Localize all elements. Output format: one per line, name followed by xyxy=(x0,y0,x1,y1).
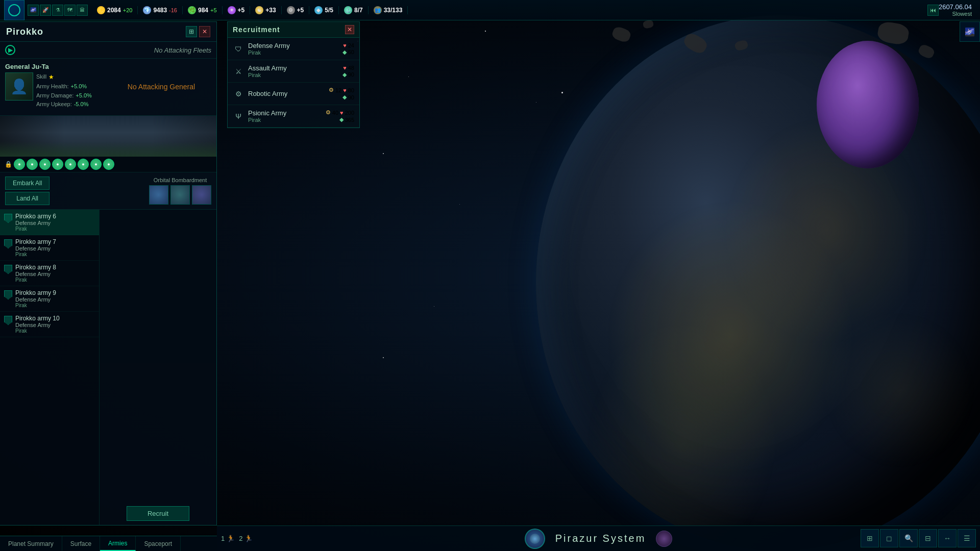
list-item[interactable]: Pirokko army 9 Defense Army Pirak xyxy=(0,286,99,312)
bottom-left-indicators: 1 🏃 2 🏃 xyxy=(217,525,253,551)
indicator-1: 1 🏃 xyxy=(221,535,235,542)
nav-icon-empire[interactable]: 🏛 xyxy=(77,5,88,16)
army-list-right: Recruit xyxy=(100,210,216,525)
toolbar-minimize-button[interactable]: ⊟ xyxy=(919,529,937,547)
assault-army-cost-heart: 48 xyxy=(348,65,354,71)
toolbar-grid-button[interactable]: ⊞ xyxy=(861,529,879,547)
system-icon-left[interactable] xyxy=(525,529,545,549)
system-icon-right[interactable] xyxy=(656,531,672,547)
tab-surface[interactable]: Surface xyxy=(62,536,100,551)
food-icon: 🌿 xyxy=(188,6,196,14)
embark-all-button[interactable]: Embark All xyxy=(5,177,50,190)
panel-maximize-button[interactable]: ⊞ xyxy=(186,26,197,37)
recruit-psionic-army[interactable]: Ψ Psionic Army Pirak ⚙ 40 ♥ 200 ◆ 365 xyxy=(228,105,359,128)
alloy-icon: ⚙ xyxy=(326,109,331,116)
army-shield-icon xyxy=(4,290,12,299)
orbital-label: Orbital Bombardment xyxy=(149,177,211,183)
army-slot-4[interactable]: ● xyxy=(52,159,63,170)
recruit-robotic-army[interactable]: ⚙ Robotic Army ⚙ 12 ♥ 80 ◆ 90 xyxy=(228,83,359,105)
orbital-bombardment-section: Orbital Bombardment xyxy=(149,177,211,205)
list-item[interactable]: Pirokko army 10 Defense Army Pirak xyxy=(0,312,99,337)
toolbar-menu-button[interactable]: ☰ xyxy=(958,529,976,547)
tab-planet-summary[interactable]: Planet Summary xyxy=(0,536,62,551)
army-type: Defense Army xyxy=(15,220,95,226)
influence-resource: ✦ +5 xyxy=(223,6,251,14)
tab-spaceport[interactable]: Spaceport xyxy=(136,536,181,551)
army-owner: Pirak xyxy=(15,328,95,334)
army-slot-1[interactable]: ● xyxy=(14,159,25,170)
psionic-army-cost-mineral: 365 xyxy=(345,117,354,123)
left-planet-panel: Pirokko ⊞ ✕ ▶ No Attacking Fleets Genera… xyxy=(0,21,217,525)
general-avatar-row: Skill ★ Army Health: +5.0% Army Damage: … xyxy=(5,72,107,109)
heart-icon: ♥ xyxy=(343,65,347,71)
general-section: General Ju-Ta Skill ★ Army Health: +5.0%… xyxy=(0,59,216,116)
land-all-button[interactable]: Land All xyxy=(5,192,50,205)
army-slot-6[interactable]: ● xyxy=(78,159,89,170)
bottom-tabs: Planet Summary Surface Armies Spaceport xyxy=(0,536,217,551)
psionic-army-cost-alloy: 40 xyxy=(332,110,338,116)
naval-resource: ⚓ 8/7 xyxy=(339,6,369,14)
recruit-button[interactable]: Recruit xyxy=(127,506,189,521)
army-slot-2[interactable]: ● xyxy=(27,159,38,170)
army-type: Defense Army xyxy=(15,245,95,252)
army-slot-3[interactable]: ● xyxy=(39,159,51,170)
skip-back-button[interactable]: ⏮ xyxy=(927,5,939,16)
skill-label: Skill xyxy=(36,72,46,82)
cost-row: ⚙ 12 ♥ 80 xyxy=(329,87,354,93)
mineral-icon: ◆ xyxy=(339,116,344,123)
nav-icon-ship[interactable]: 🚀 xyxy=(40,5,51,16)
psionic-army-info: Psionic Army Pirak xyxy=(248,109,322,123)
empire-flag[interactable] xyxy=(4,0,24,20)
alloys-icon: ⚙ xyxy=(287,6,295,14)
toolbar-view-button[interactable]: ◻ xyxy=(880,529,898,547)
army-action-buttons: Embark All Land All xyxy=(5,177,50,205)
army-type: Defense Army xyxy=(15,296,95,303)
army-slots-row: 🔒 ● ● ● ● ● ● ● ● xyxy=(0,157,216,172)
list-item[interactable]: Pirokko army 6 Defense Army Pirak xyxy=(0,210,99,235)
list-item[interactable]: Pirokko army 7 Defense Army Pirak xyxy=(0,235,99,261)
army-slot-7[interactable]: ● xyxy=(90,159,102,170)
health-val: +5.0% xyxy=(71,82,87,91)
psionic-army-costs: ⚙ 40 ♥ 200 ◆ 365 xyxy=(326,109,354,123)
tab-armies[interactable]: Armies xyxy=(100,536,136,551)
army-owner: Pirak xyxy=(15,303,95,308)
nav-icon-map[interactable]: 🗺 xyxy=(64,5,76,16)
psionic-army-icon: Ψ xyxy=(233,111,244,122)
assault-army-icon: ⚔ xyxy=(233,66,244,77)
nav-icon-tech[interactable]: ⚗ xyxy=(52,5,63,16)
recruitment-close-button[interactable]: ✕ xyxy=(345,25,354,34)
upkeep-label: Army Upkeep: xyxy=(36,100,72,109)
general-stats: Skill ★ Army Health: +5.0% Army Damage: … xyxy=(36,72,92,109)
recruit-assault-army[interactable]: ⚔ Assault Army Pirak ♥ 48 ◆ 90 xyxy=(228,60,359,83)
pop-value: 33/133 xyxy=(384,7,403,14)
purple-planet-decoration xyxy=(817,41,919,168)
toolbar-zoom-button[interactable]: 🔍 xyxy=(899,529,918,547)
robotic-army-cost-mineral: 90 xyxy=(348,94,354,101)
list-item[interactable]: Pirokko army 8 Defense Army Pirak xyxy=(0,261,99,286)
recruit-button-container: Recruit xyxy=(100,363,216,525)
army-info: Pirokko army 8 Defense Army Pirak xyxy=(15,264,95,283)
army-owner: Pirak xyxy=(15,252,95,257)
top-hud: 🌌 🚀 ⚗ 🗺 🏛 ⚡ 2084 +20 💎 9483 -16 🌿 984 +5… xyxy=(0,0,980,20)
nav-icon-galaxy[interactable]: 🌌 xyxy=(28,5,39,16)
army-slot-8[interactable]: ● xyxy=(103,159,114,170)
toolbar-expand-button[interactable]: ↔ xyxy=(938,529,957,547)
heart-icon: ♥ xyxy=(343,42,347,48)
orbital-item-2[interactable] xyxy=(170,185,190,205)
orbital-item-1[interactable] xyxy=(149,185,168,205)
army-slot-5[interactable]: ● xyxy=(65,159,76,170)
heart-icon: ♥ xyxy=(340,110,344,116)
bottom-right-toolbar: ⊞ ◻ 🔍 ⊟ ↔ ☰ xyxy=(861,525,980,551)
panel-close-button[interactable]: ✕ xyxy=(199,26,210,37)
orbital-item-3[interactable] xyxy=(192,185,211,205)
galaxy-view-button[interactable]: 🌌 xyxy=(960,21,980,42)
army-shield-icon xyxy=(4,265,12,274)
army-name: Pirokko army 10 xyxy=(15,315,95,322)
general-avatar[interactable] xyxy=(5,72,33,101)
assault-army-costs: ♥ 48 ◆ 90 xyxy=(342,65,354,78)
recruit-defense-army[interactable]: 🛡 Defense Army Pirak ♥ 24 ◆ 60 xyxy=(228,38,359,60)
heart-icon: ♥ xyxy=(343,87,347,93)
mineral-icon: ◆ xyxy=(342,94,347,101)
planet-name: Pirokko xyxy=(6,27,43,37)
game-date-display: 2607.06.04 Slowest xyxy=(939,3,976,17)
